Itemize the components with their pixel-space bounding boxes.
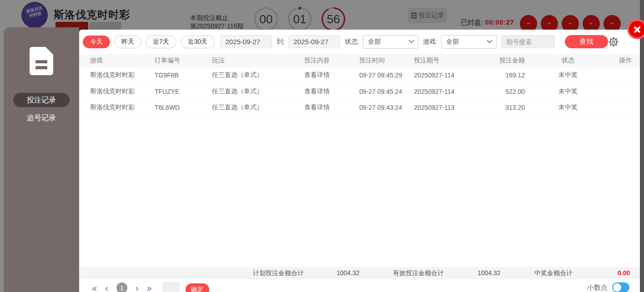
cell-action xyxy=(611,83,640,99)
table-row: 斯洛伐克时时彩 TG9F8B 任三直选（单式） 查看详情 09-27 09:45… xyxy=(79,67,640,83)
win-total-label: 中奖金额合计 xyxy=(534,267,573,279)
cell-issue: 20250927-114 xyxy=(414,83,482,99)
col-content: 投注内容 xyxy=(304,54,359,67)
status-badge: 未中奖 xyxy=(525,99,611,115)
sidebar-item-chase-records[interactable]: 追号记录 xyxy=(4,113,79,123)
filter-today-button[interactable]: 今天 xyxy=(83,36,110,48)
current-page-indicator[interactable]: 1 xyxy=(116,282,127,292)
modal-sidebar: 投注记录 追号记录 xyxy=(4,27,79,292)
cell-issue: 20250927-113 xyxy=(414,99,482,115)
table-row: 斯洛伐克时时彩 TFUZYE 任三直选（单式） 查看详情 09-27 09:45… xyxy=(79,83,640,99)
cell-issue: 20250927-114 xyxy=(414,67,482,83)
settings-gear-icon[interactable] xyxy=(608,36,619,47)
filter-toolbar: 今天 昨天 近7天 近30天 到: 状态: 全部 游戏: 全部 查找 xyxy=(79,30,640,54)
summary-bar: 计划投注金额合计 1004.32 有效投注金额合计 1004.32 中奖金额合计… xyxy=(79,267,640,279)
status-badge: 未中奖 xyxy=(525,67,611,83)
next-page-button[interactable]: › xyxy=(136,282,139,292)
valid-total-value: 1004.32 xyxy=(478,267,501,279)
bet-records-table: 游戏 订单编号 玩法 投注内容 投注时间 投注期号 投注金额 状态 操作 斯洛伐… xyxy=(79,54,640,116)
cell-game: 斯洛伐克时时彩 xyxy=(79,67,155,83)
status-label: 状态: xyxy=(345,38,359,46)
toggle-knob xyxy=(613,283,621,292)
bet-records-modal: 今天 昨天 近7天 近30天 到: 状态: 全部 游戏: 全部 查找 xyxy=(79,30,640,292)
col-time: 投注时间 xyxy=(359,54,414,67)
page-jump-confirm-button[interactable]: 确定 xyxy=(186,283,209,292)
decimal-toggle-switch[interactable] xyxy=(612,282,629,292)
cell-amount: 313.20 xyxy=(482,99,525,115)
cell-play: 任三直选（单式） xyxy=(212,83,304,99)
win-total-value: 0.00 xyxy=(618,267,630,279)
cell-game: 斯洛伐克时时彩 xyxy=(79,83,155,99)
valid-total-label: 有效投注金额合计 xyxy=(393,267,444,279)
filter-last7-button[interactable]: 近7天 xyxy=(146,36,176,48)
cell-time: 09-27 09:43:24 xyxy=(359,99,414,115)
cell-action xyxy=(611,99,640,115)
chevron-down-icon xyxy=(408,37,414,43)
col-action: 操作 xyxy=(611,54,640,67)
cell-amount: 522.00 xyxy=(482,83,525,99)
pagination-bar: « ‹ 1 › » 确定 小数点 xyxy=(79,279,640,292)
page-jump-input[interactable] xyxy=(163,282,179,292)
date-to-input[interactable] xyxy=(288,35,340,48)
cell-game: 斯洛伐克时时彩 xyxy=(79,99,155,115)
search-button[interactable]: 查找 xyxy=(565,35,608,48)
last-page-button[interactable]: » xyxy=(146,282,151,292)
order-link[interactable]: TG9F8B xyxy=(155,67,212,83)
status-badge: 未中奖 xyxy=(525,83,611,99)
game-label: 游戏: xyxy=(423,38,438,46)
chevron-down-icon xyxy=(487,37,493,43)
planned-total-label: 计划投注金额合计 xyxy=(253,267,304,279)
table-empty-area xyxy=(79,116,640,267)
col-amount: 投注金额 xyxy=(482,54,525,67)
view-details-link[interactable]: 查看详情 xyxy=(304,83,359,99)
col-game: 游戏 xyxy=(79,54,155,67)
date-from-input[interactable] xyxy=(220,35,272,48)
view-details-link[interactable]: 查看详情 xyxy=(304,99,359,115)
cell-time: 09-27 09:45:24 xyxy=(359,83,414,99)
table-header-row: 游戏 订单编号 玩法 投注内容 投注时间 投注期号 投注金额 状态 操作 xyxy=(79,54,640,67)
game-select[interactable]: 全部 xyxy=(441,35,497,49)
col-play: 玩法 xyxy=(212,54,304,67)
filter-last30-button[interactable]: 近30天 xyxy=(181,36,215,48)
modal-close-icon[interactable] xyxy=(627,19,644,39)
records-document-icon xyxy=(30,47,53,75)
issue-search-input[interactable] xyxy=(501,35,555,48)
planned-total-value: 1004.32 xyxy=(337,267,360,279)
decimal-toggle-label: 小数点 xyxy=(587,283,608,292)
col-order: 订单编号 xyxy=(155,54,212,67)
col-issue: 投注期号 xyxy=(414,54,482,67)
sidebar-item-bet-records[interactable]: 投注记录 xyxy=(13,93,70,107)
cell-amount: 169.12 xyxy=(482,67,525,83)
table-row: 斯洛伐克时时彩 T6L6WD 任三直选（单式） 查看详情 09-27 09:43… xyxy=(79,99,640,115)
prev-page-button[interactable]: ‹ xyxy=(105,282,108,292)
cell-play: 任三直选（单式） xyxy=(212,67,304,83)
first-page-button[interactable]: « xyxy=(92,282,97,292)
cell-time: 09-27 09:45:29 xyxy=(359,67,414,83)
to-label: 到: xyxy=(277,38,285,46)
cell-play: 任三直选（单式） xyxy=(212,99,304,115)
cell-action xyxy=(611,67,640,83)
view-details-link[interactable]: 查看详情 xyxy=(304,67,359,83)
status-select[interactable]: 全部 xyxy=(363,35,418,49)
col-status: 状态 xyxy=(525,54,611,67)
order-link[interactable]: TFUZYE xyxy=(155,83,212,99)
order-link[interactable]: T6L6WD xyxy=(155,99,212,115)
filter-yesterday-button[interactable]: 昨天 xyxy=(114,36,141,48)
